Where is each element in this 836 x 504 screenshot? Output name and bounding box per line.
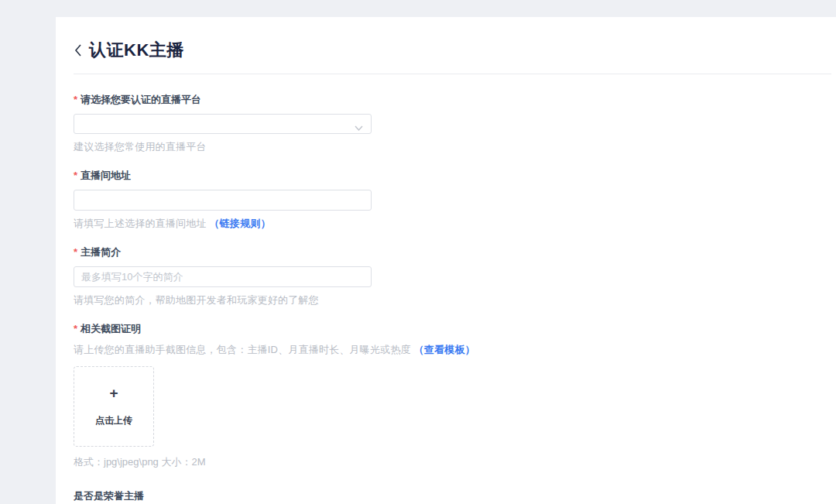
screenshot-label: 相关截图证明 <box>81 323 141 334</box>
link-rules-link[interactable]: （链接规则） <box>209 218 270 229</box>
upload-label: 点击上传 <box>95 414 132 427</box>
intro-label-row: *主播简介 <box>74 245 836 259</box>
field-honor: 是否是荣誉主播 如是三方平台的荣誉主播，如B站百大、抖音优质主播等，请在此处填写… <box>74 489 836 504</box>
room-url-input[interactable] <box>74 190 372 211</box>
view-template-link[interactable]: （查看模板） <box>414 344 475 355</box>
room-url-helper-text: 请填写上述选择的直播间地址 <box>74 218 207 229</box>
field-platform: *请选择您要认证的直播平台 建议选择您常使用的直播平台 <box>74 93 836 154</box>
intro-helper: 请填写您的简介，帮助地图开发者和玩家更好的了解您 <box>74 293 836 307</box>
back-icon[interactable] <box>74 43 83 57</box>
platform-select[interactable] <box>74 114 372 134</box>
form-card: 认证KK主播 *请选择您要认证的直播平台 建议选择您常使用的直播平台 *直播间地… <box>56 17 836 504</box>
format-hint: 格式：jpg\jpeg\png 大小：2M <box>74 455 836 469</box>
field-intro: *主播简介 请填写您的简介，帮助地图开发者和玩家更好的了解您 <box>74 245 836 307</box>
platform-label: 请选择您要认证的直播平台 <box>81 94 201 105</box>
platform-label-row: *请选择您要认证的直播平台 <box>74 93 836 107</box>
screenshot-helper-text: 请上传您的直播助手截图信息，包含：主播ID、月直播时长、月曝光或热度 <box>74 344 411 355</box>
room-url-helper: 请填写上述选择的直播间地址 （链接规则） <box>74 217 836 231</box>
required-asterisk: * <box>74 323 77 334</box>
upload-button[interactable]: + 点击上传 <box>74 366 154 447</box>
page-header: 认证KK主播 <box>74 39 836 62</box>
screenshot-helper: 请上传您的直播助手截图信息，包含：主播ID、月直播时长、月曝光或热度 （查看模板… <box>74 343 836 357</box>
plus-icon: + <box>109 386 118 401</box>
header-divider <box>74 74 831 74</box>
room-url-label: 直播间地址 <box>81 170 131 181</box>
page-title: 认证KK主播 <box>89 39 184 62</box>
required-asterisk: * <box>74 246 77 258</box>
screenshot-label-row: *相关截图证明 <box>74 322 836 336</box>
required-asterisk: * <box>74 94 77 105</box>
intro-input[interactable] <box>74 266 372 287</box>
chevron-down-icon <box>355 121 363 127</box>
intro-label: 主播简介 <box>81 246 121 258</box>
field-room-url: *直播间地址 请填写上述选择的直播间地址 （链接规则） <box>74 169 836 231</box>
platform-helper: 建议选择您常使用的直播平台 <box>74 140 836 154</box>
honor-label: 是否是荣誉主播 <box>74 489 836 503</box>
required-asterisk: * <box>74 170 77 181</box>
field-screenshot: *相关截图证明 请上传您的直播助手截图信息，包含：主播ID、月直播时长、月曝光或… <box>74 322 836 469</box>
room-url-label-row: *直播间地址 <box>74 169 836 183</box>
